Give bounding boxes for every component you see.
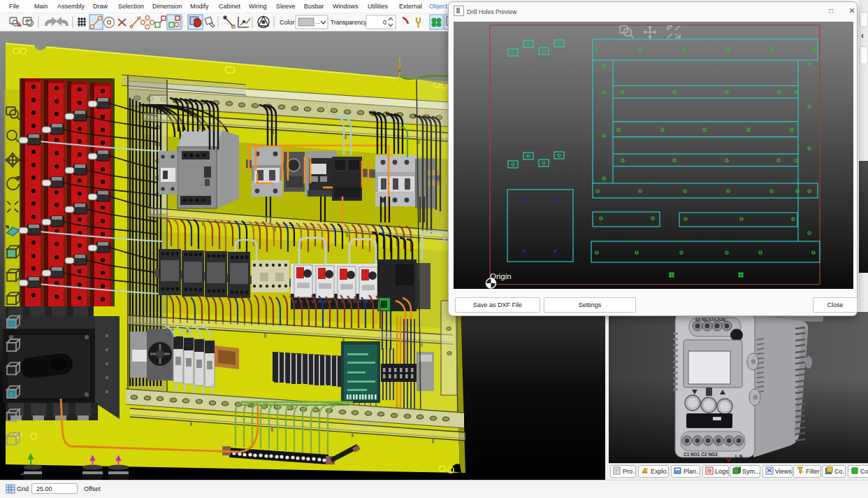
svg-text:Transparency: Transparency [331, 19, 367, 26]
svg-text:L N: L N [735, 454, 743, 459]
svg-text:0: 0 [383, 19, 386, 26]
svg-text:6A 8B A2A A2B: 6A 8B A2A A2B [695, 318, 726, 322]
svg-text:Color: Color [280, 19, 295, 26]
svg-text:...: ... [315, 18, 321, 25]
svg-text:C1 NO1 C2 NO2: C1 NO1 C2 NO2 [683, 452, 718, 457]
